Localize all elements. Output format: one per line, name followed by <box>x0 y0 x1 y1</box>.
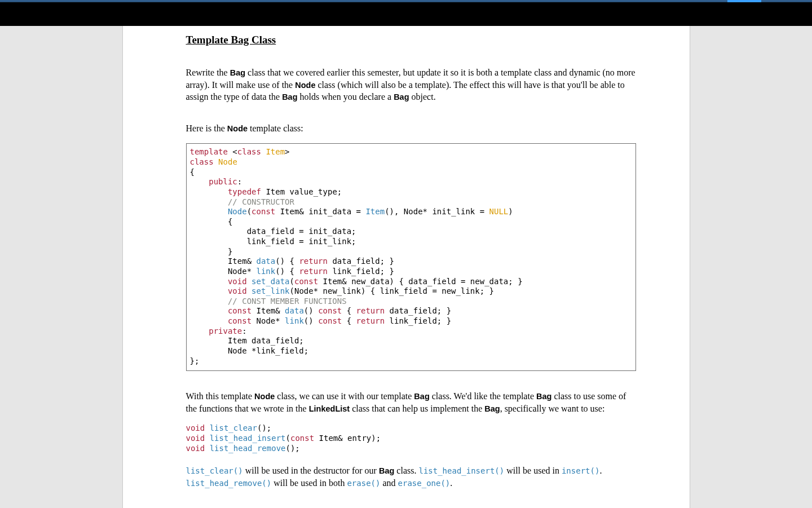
window-chrome-bar <box>0 0 812 26</box>
node-class-codebox: template <class Item> class Node { publi… <box>186 143 636 371</box>
node-term: Node <box>295 81 315 90</box>
bag-term: Bag <box>394 92 409 101</box>
node-intro-paragraph: Here is the Node template class: <box>186 122 636 135</box>
window-accent-strip <box>727 0 761 2</box>
node-term: Node <box>227 124 248 133</box>
page-title: Template Bag Class <box>186 34 636 46</box>
function-list-code: void list_clear(); void list_head_insert… <box>186 423 636 453</box>
bag-term: Bag <box>414 392 429 401</box>
intro-paragraph: Rewrite the Bag class that we covered ea… <box>186 67 636 103</box>
insert-ref: insert() <box>562 466 599 475</box>
bag-term: Bag <box>230 68 245 77</box>
document-viewport: Template Bag Class Rewrite the Bag class… <box>0 0 812 508</box>
bag-term: Bag <box>379 466 394 475</box>
code-listing: template <class Item> class Node { publi… <box>190 147 631 366</box>
bag-term: Bag <box>536 392 551 401</box>
linkedlist-term: LinkedList <box>309 404 350 413</box>
function-list: void list_clear(); void list_head_insert… <box>186 423 636 453</box>
post-code-paragraph: With this template Node class, we can us… <box>186 390 636 414</box>
list-head-remove-ref: list_head_remove() <box>186 479 272 488</box>
document-page: Template Bag Class Rewrite the Bag class… <box>122 26 690 508</box>
list-clear-ref: list_clear() <box>186 466 243 475</box>
bag-term: Bag <box>282 92 297 101</box>
list-head-insert-ref: list_head_insert() <box>418 466 504 475</box>
erase-ref: erase() <box>347 479 380 488</box>
bag-term: Bag <box>484 404 500 413</box>
node-term: Node <box>254 392 275 401</box>
erase-one-ref: erase_one() <box>398 479 451 488</box>
function-usage-paragraph: list_clear() will be used in the destruc… <box>186 465 636 489</box>
